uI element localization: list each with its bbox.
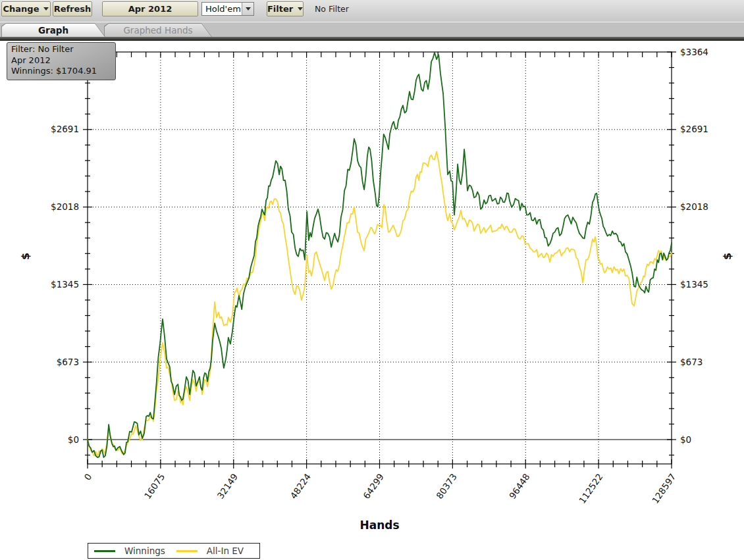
chart-pane: $0$0$673$673$1345$1345$2018$2018$2691$26… (0, 41, 744, 560)
chevron-down-icon (246, 7, 251, 11)
svg-text:$1345: $1345 (51, 279, 79, 290)
tooltip-filter-line: Filter: No Filter (11, 44, 111, 55)
date-range-button[interactable]: Apr 2012 (102, 1, 198, 16)
chart-legend: Winnings All-In EV (88, 543, 260, 559)
allin-ev-line-swatch (176, 550, 198, 552)
svg-text:$0: $0 (68, 434, 79, 445)
svg-text:0: 0 (82, 472, 93, 482)
svg-text:128597: 128597 (650, 472, 678, 505)
toolbar: Change Refresh Apr 2012 Hold'em Filter N… (0, 0, 744, 22)
date-range-label: Apr 2012 (128, 4, 173, 14)
svg-text:$2018: $2018 (51, 201, 79, 212)
svg-text:$673: $673 (57, 357, 79, 367)
y-axis-title-right: $ (721, 253, 733, 260)
game-type-dropdown-button[interactable] (242, 3, 253, 15)
svg-text:96448: 96448 (507, 472, 532, 501)
svg-text:80373: 80373 (434, 472, 459, 501)
svg-text:112522: 112522 (577, 472, 605, 505)
chart-tooltip: Filter: No Filter Apr 2012 Winnings: $17… (7, 42, 116, 80)
filter-button[interactable]: Filter (267, 1, 304, 16)
chevron-down-icon (298, 7, 303, 11)
tab-graphed-hands[interactable]: Graphed Hands (104, 23, 212, 37)
svg-text:48224: 48224 (288, 472, 313, 501)
tooltip-date-line: Apr 2012 (11, 55, 111, 66)
gridlines (88, 52, 672, 464)
svg-text:$2018: $2018 (680, 201, 708, 212)
svg-text:$1345: $1345 (680, 279, 708, 290)
chevron-down-icon (43, 7, 49, 11)
svg-text:64299: 64299 (361, 472, 386, 501)
svg-text:16075: 16075 (142, 472, 167, 501)
svg-text:$2691: $2691 (680, 124, 708, 134)
tab-graphed-hands-label: Graphed Hands (105, 24, 211, 37)
app-window: Change Refresh Apr 2012 Hold'em Filter N… (0, 0, 744, 560)
x-axis-title: Hands (88, 519, 672, 532)
game-type-value: Hold'em (202, 4, 242, 14)
svg-text:$2691: $2691 (51, 124, 79, 134)
tab-graph[interactable]: Graph (1, 23, 105, 37)
svg-text:$673: $673 (680, 357, 703, 367)
legend-allin-ev-label: All-In EV (207, 546, 244, 556)
svg-text:$0: $0 (680, 434, 691, 445)
refresh-button-label: Refresh (54, 4, 92, 14)
winnings-chart: $0$0$673$673$1345$1345$2018$2018$2691$26… (0, 41, 744, 560)
tab-strip: Graph Graphed Hands (0, 22, 744, 37)
y-axis-title-left: $ (19, 253, 32, 260)
svg-text:32149: 32149 (215, 472, 240, 501)
legend-winnings-label: Winnings (124, 546, 165, 556)
filter-status-label: No Filter (315, 4, 349, 14)
game-type-select[interactable]: Hold'em (201, 2, 254, 16)
filter-button-label: Filter (267, 4, 293, 14)
tooltip-winnings-line: Winnings: $1704.91 (11, 66, 111, 77)
refresh-button[interactable]: Refresh (53, 1, 92, 16)
svg-text:$3364: $3364 (680, 47, 708, 57)
change-button[interactable]: Change (1, 1, 51, 16)
change-button-label: Change (3, 4, 40, 14)
tab-graph-label: Graph (2, 24, 105, 37)
winnings-line-swatch (94, 550, 115, 552)
